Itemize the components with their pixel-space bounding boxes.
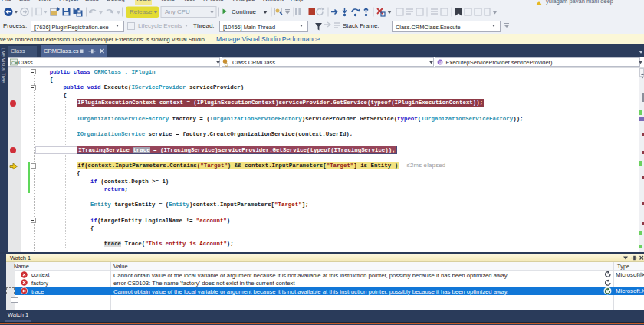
svg-text:C#: C# [11,61,17,65]
